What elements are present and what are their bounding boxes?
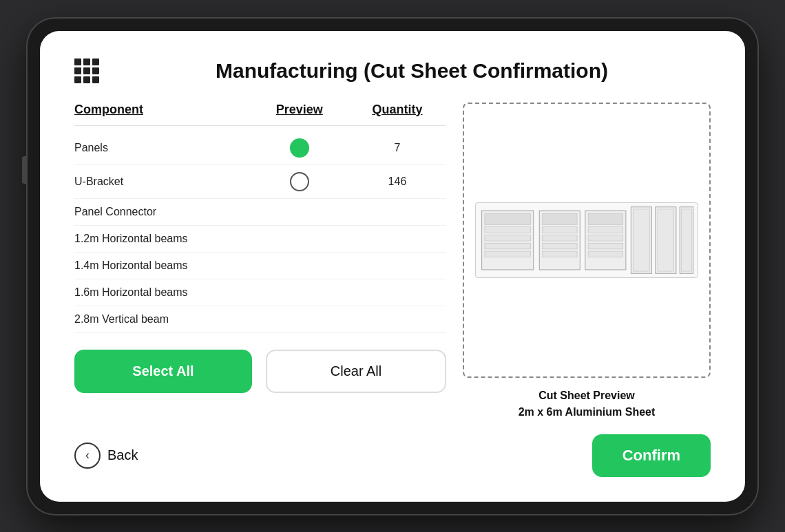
svg-rect-23 (681, 209, 691, 270)
svg-rect-1 (485, 213, 531, 224)
col-quantity-header: Quantity (348, 103, 446, 117)
confirm-button[interactable]: Confirm (592, 434, 711, 477)
svg-rect-13 (588, 213, 622, 224)
cut-sheet-preview-box (463, 103, 711, 378)
main-content: Component Preview Quantity Panels 7 U-Br… (74, 103, 711, 421)
svg-rect-8 (543, 226, 577, 233)
header: Manufacturing (Cut Sheet Confirmation) (74, 58, 711, 83)
clear-all-button[interactable]: Clear All (266, 350, 446, 393)
cut-sheet-image (475, 202, 698, 278)
preview-indicator[interactable] (251, 138, 348, 158)
back-label: Back (107, 447, 138, 463)
component-label: 1.2m Horizontal beams (74, 233, 251, 245)
table-row: 2.8m Vertical beam (74, 306, 446, 333)
svg-rect-4 (485, 243, 531, 249)
quantity-value: 146 (348, 175, 446, 188)
component-label: 1.4m Horizontal beams (74, 259, 251, 272)
col-preview-header: Preview (251, 103, 348, 117)
screen: Manufacturing (Cut Sheet Confirmation) C… (40, 31, 745, 502)
svg-rect-11 (543, 251, 577, 257)
footer: ‹ Back Confirm (74, 434, 711, 477)
svg-rect-2 (485, 226, 531, 233)
device-frame: Manufacturing (Cut Sheet Confirmation) C… (28, 19, 757, 514)
component-label: Panel Connector (74, 206, 251, 218)
table-header: Component Preview Quantity (74, 103, 446, 126)
svg-rect-9 (543, 235, 577, 241)
right-panel: Cut Sheet Preview 2m x 6m Aluminium Shee… (463, 103, 711, 421)
grid-cell (83, 76, 90, 83)
grid-cell (74, 76, 81, 83)
svg-rect-3 (485, 235, 531, 241)
grid-cell (83, 67, 90, 74)
table-row: U-Bracket 146 (74, 165, 446, 199)
svg-rect-7 (543, 213, 577, 224)
component-label: 1.6m Horizontal beams (74, 286, 251, 299)
table-row: 1.6m Horizontal beams (74, 279, 446, 306)
preview-label: Cut Sheet Preview 2m x 6m Aluminium Shee… (519, 387, 656, 421)
page-title: Manufacturing (Cut Sheet Confirmation) (113, 59, 711, 83)
quantity-value: 7 (348, 142, 446, 154)
grid-cell (92, 58, 99, 65)
left-panel: Component Preview Quantity Panels 7 U-Br… (74, 103, 446, 421)
table-row: Panel Connector (74, 199, 446, 226)
svg-rect-17 (588, 251, 622, 257)
svg-rect-19 (634, 209, 650, 270)
svg-rect-16 (588, 243, 622, 249)
table-row: 1.4m Horizontal beams (74, 253, 446, 279)
svg-rect-5 (485, 251, 531, 257)
grid-cell (74, 58, 81, 65)
preview-circle-empty[interactable] (290, 172, 309, 191)
grid-cell (83, 58, 90, 65)
back-circle-icon: ‹ (74, 443, 101, 469)
component-label: 2.8m Vertical beam (74, 313, 251, 326)
table-row: 1.2m Horizontal beams (74, 226, 446, 253)
table-row: Panels 7 (74, 131, 446, 165)
grid-cell (74, 67, 81, 74)
preview-indicator[interactable] (251, 172, 348, 191)
svg-rect-15 (588, 235, 622, 241)
select-all-button[interactable]: Select All (74, 350, 252, 393)
component-label: Panels (74, 142, 251, 154)
cut-sheet-svg (476, 203, 698, 277)
action-buttons: Select All Clear All (74, 350, 446, 393)
svg-rect-21 (658, 209, 674, 270)
grid-cell (92, 76, 99, 83)
preview-circle-filled[interactable] (290, 138, 309, 158)
svg-rect-10 (543, 243, 577, 249)
svg-rect-14 (588, 226, 622, 233)
grid-cell (92, 67, 99, 74)
back-button[interactable]: ‹ Back (74, 443, 138, 469)
component-label: U-Bracket (74, 175, 251, 188)
grid-icon (74, 58, 99, 83)
col-component-header: Component (74, 103, 251, 117)
